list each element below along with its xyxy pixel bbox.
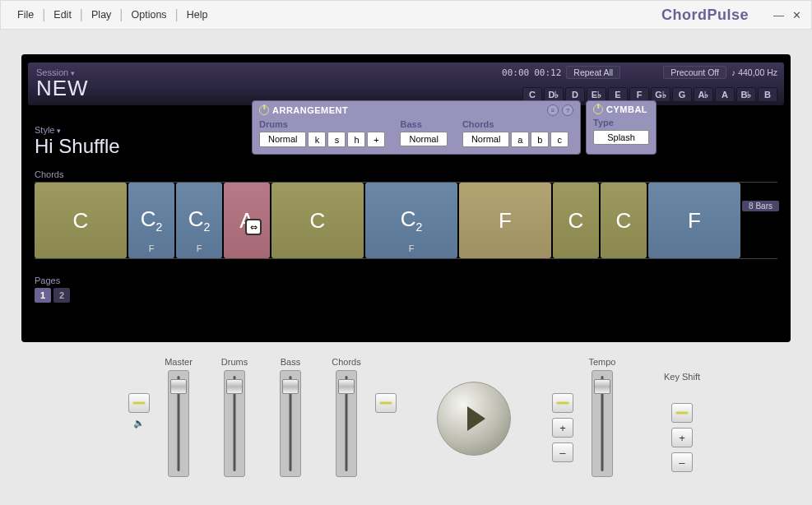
chords-arr-label: Chords bbox=[462, 119, 568, 129]
keyshift-reset-button[interactable] bbox=[671, 403, 693, 423]
chord-main: C bbox=[73, 208, 89, 234]
speaker-icon: 🔈 bbox=[133, 418, 145, 429]
chords-fader-label: Chords bbox=[332, 357, 360, 367]
bass-value[interactable]: Normal bbox=[400, 132, 447, 146]
key-bb[interactable]: B♭ bbox=[736, 87, 756, 102]
chord-main: C2 bbox=[401, 206, 423, 234]
header-strip: Session NEW 00:00 00:12 Repeat All Preco… bbox=[28, 63, 784, 105]
chord-bass: F bbox=[149, 243, 155, 253]
chord-main: C bbox=[310, 208, 326, 234]
chord-main: F bbox=[688, 208, 701, 234]
drums-key-plus[interactable]: + bbox=[367, 132, 385, 147]
chord-main: C2 bbox=[141, 206, 163, 234]
cymbal-type-label: Type bbox=[593, 118, 649, 127]
chord-block-1[interactable]: C2F bbox=[128, 183, 174, 258]
solo-button[interactable] bbox=[375, 393, 397, 413]
keyshift-label: Key Shift bbox=[664, 372, 700, 382]
time-elapsed: 00:00 bbox=[502, 67, 529, 78]
pages-label: Pages bbox=[35, 276, 784, 285]
chord-block-7[interactable]: C bbox=[553, 183, 599, 258]
chord-bass: F bbox=[197, 243, 202, 253]
cymbal-power-icon[interactable] bbox=[593, 104, 603, 114]
key-g[interactable]: G bbox=[672, 87, 692, 102]
keyshift-minus-button[interactable]: – bbox=[671, 452, 693, 472]
bass-fader-label: Bass bbox=[281, 357, 300, 367]
cymbal-title: CYMBAL bbox=[606, 104, 647, 114]
close-icon[interactable]: ✕ bbox=[792, 9, 801, 21]
chord-main: C bbox=[616, 208, 632, 234]
keyshift-plus-button[interactable]: + bbox=[671, 428, 693, 447]
list-icon[interactable]: ≡ bbox=[547, 104, 559, 116]
tempo-fader[interactable] bbox=[592, 370, 613, 477]
tempo-minus-button[interactable]: – bbox=[552, 442, 573, 462]
chord-bass: F bbox=[409, 243, 415, 253]
chords-value[interactable]: Normal bbox=[462, 132, 509, 147]
key-b[interactable]: B bbox=[758, 87, 777, 102]
arrangement-panel: ARRANGEMENT ≡ ? Drums Normal k s h + bbox=[252, 100, 581, 155]
bottom-controls: 🔈 Master Drums Bass Chords + – Tempo bbox=[0, 349, 812, 477]
drums-key-k[interactable]: k bbox=[308, 132, 326, 147]
chord-block-5[interactable]: C2F bbox=[365, 183, 457, 258]
menu-file[interactable]: File bbox=[11, 6, 40, 24]
help-icon[interactable]: ? bbox=[562, 104, 573, 116]
arrangement-title: ARRANGEMENT bbox=[272, 105, 348, 115]
chord-track: CC2FC2FACC2FFCCF bbox=[35, 182, 777, 259]
chord-block-8[interactable]: C bbox=[601, 183, 647, 258]
chord-block-2[interactable]: C2F bbox=[176, 183, 222, 258]
menu-options[interactable]: Options bbox=[125, 6, 174, 24]
time-total: 00:12 bbox=[534, 67, 561, 78]
repeat-mode[interactable]: Repeat All bbox=[566, 66, 620, 79]
cymbal-type-value[interactable]: Splash bbox=[593, 130, 649, 145]
menu-play[interactable]: Play bbox=[85, 6, 118, 24]
master-fader-label: Master bbox=[165, 357, 193, 367]
drums-value[interactable]: Normal bbox=[259, 132, 306, 147]
drums-key-h[interactable]: h bbox=[347, 132, 365, 147]
cymbal-panel: CYMBAL Type Splash bbox=[586, 100, 657, 155]
chord-block-0[interactable]: C bbox=[35, 183, 127, 258]
page-2[interactable]: 2 bbox=[53, 288, 70, 303]
drums-label: Drums bbox=[259, 119, 385, 129]
key-a[interactable]: A bbox=[715, 87, 735, 102]
chord-main: C2 bbox=[188, 206, 211, 234]
chord-main: C bbox=[568, 208, 584, 234]
tempo-fader-label: Tempo bbox=[588, 357, 615, 367]
arrangement-power-icon[interactable] bbox=[259, 105, 269, 115]
chords-key-c[interactable]: c bbox=[550, 132, 568, 147]
chord-block-4[interactable]: C bbox=[271, 183, 364, 258]
mute-button[interactable] bbox=[128, 393, 150, 413]
play-button[interactable] bbox=[437, 382, 511, 456]
tempo-plus-button[interactable]: + bbox=[552, 418, 573, 438]
bass-label: Bass bbox=[400, 119, 447, 129]
minimize-icon[interactable]: — bbox=[773, 9, 784, 21]
tempo-reset-button[interactable] bbox=[552, 393, 573, 413]
chord-block-9[interactable]: F bbox=[648, 183, 740, 258]
drums-fader-label: Drums bbox=[221, 357, 248, 367]
chords-label: Chords bbox=[35, 169, 784, 179]
main-panel: Session NEW 00:00 00:12 Repeat All Preco… bbox=[21, 54, 791, 342]
page-1[interactable]: 1 bbox=[35, 288, 51, 303]
menu-edit[interactable]: Edit bbox=[47, 6, 78, 24]
brand-logo: ChordPulse bbox=[661, 7, 749, 24]
tuning-fork-icon[interactable]: ♪ 440,00 Hz bbox=[731, 67, 777, 77]
drums-key-s[interactable]: s bbox=[327, 132, 346, 147]
play-icon bbox=[467, 406, 485, 431]
chords-fader[interactable] bbox=[336, 370, 357, 477]
key-ab[interactable]: A♭ bbox=[694, 87, 713, 102]
drag-handle-icon[interactable]: ⇔ bbox=[245, 219, 262, 235]
chords-key-b[interactable]: b bbox=[531, 132, 549, 147]
precount[interactable]: Precount Off bbox=[663, 66, 726, 79]
menu-help[interactable]: Help bbox=[180, 6, 215, 24]
bass-fader[interactable] bbox=[280, 370, 301, 477]
chord-block-6[interactable]: F bbox=[459, 183, 551, 258]
tuning-value: 440,00 Hz bbox=[738, 67, 777, 77]
chord-main: F bbox=[499, 208, 512, 234]
menu-bar: File| Edit| Play| Options| Help ChordPul… bbox=[0, 0, 812, 30]
bars-badge[interactable]: 8 Bars bbox=[742, 201, 779, 211]
chords-key-a[interactable]: a bbox=[511, 132, 529, 147]
master-fader[interactable] bbox=[168, 370, 189, 477]
drums-fader[interactable] bbox=[224, 370, 245, 477]
